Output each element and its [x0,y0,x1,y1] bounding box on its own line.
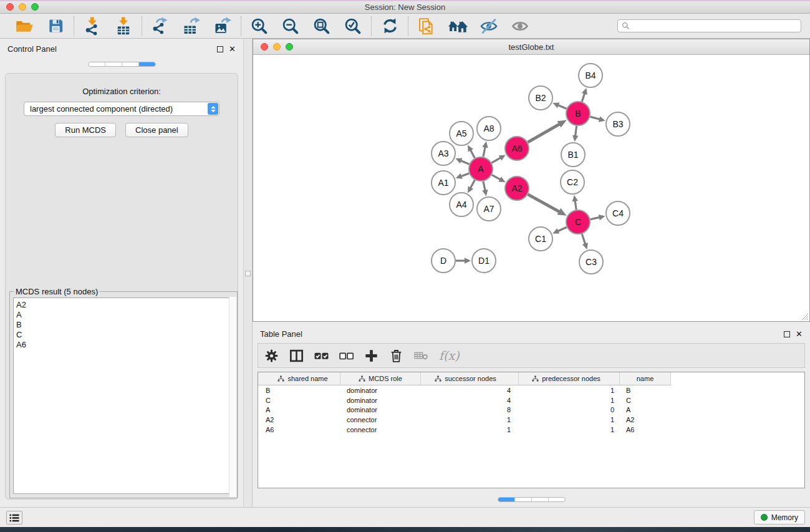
control-panel-tab[interactable] [122,62,139,66]
table-row[interactable]: C dominator 4 1 C [258,395,804,405]
graph-edge-B-B4[interactable] [582,94,584,102]
search-field[interactable] [617,19,801,32]
column-header-mcds-role[interactable]: MCDS role [340,372,421,385]
graph-node-label: A8 [483,123,494,133]
zoom-out-icon[interactable] [279,16,302,37]
control-panel-tab[interactable] [89,62,105,66]
criterion-dropdown[interactable]: largest connected component (directed) [24,102,219,116]
mcds-result-item[interactable]: C [16,330,233,340]
hide-graphics-details-icon[interactable] [478,16,500,37]
graph-edge-B-B2[interactable] [558,105,567,109]
float-panel-icon[interactable] [217,46,223,52]
zoom-fit-icon[interactable] [311,16,333,37]
mcds-result-item[interactable]: A6 [16,340,233,350]
window-titlebar: Session: New Session [0,0,810,14]
deselect-all-icon[interactable] [337,346,355,365]
result-list-scrollbar[interactable] [229,297,236,497]
graph-node-label: A5 [456,128,466,138]
import-network-icon[interactable] [81,16,104,37]
column-header-name[interactable]: name [620,372,671,385]
graph-edge-C-C3[interactable] [582,234,585,244]
control-panel-tab[interactable] [139,62,155,66]
network-canvas[interactable]: B4B2BB3A8A5A6A3B1AA1C2A2A4A7C4CC1C3DD1 [253,55,809,321]
divider-grip[interactable] [245,271,251,276]
table-panel-tab[interactable] [498,498,515,501]
graph-edge-A-A6[interactable] [491,158,501,163]
column-header-shared-name[interactable]: shared name [258,372,340,385]
graph-node-label: B3 [612,119,623,129]
graph-edge-A-A7[interactable] [483,181,485,191]
create-network-from-file-icon[interactable] [415,16,438,37]
export-image-icon[interactable] [211,16,234,37]
table-row[interactable]: A6 connector 1 1 A6 [258,425,804,435]
refresh-view-icon[interactable] [378,16,401,37]
search-input[interactable] [633,22,797,31]
zoom-selected-icon[interactable] [342,16,364,37]
column-header-predecessor-nodes[interactable]: predecessor nodes [519,372,620,385]
graph-edge-A-A5[interactable] [470,150,475,158]
mcds-result-list: A2ABCA6 [13,297,234,494]
graph-edge-C-C1[interactable] [557,227,566,231]
open-session-icon[interactable] [13,16,36,37]
table-panel-title: Table Panel [260,329,302,339]
graph-node-label: D [440,256,446,266]
table-row[interactable]: A2 connector 1 1 A2 [258,415,804,425]
table-header-filler [671,372,804,385]
table-panel-tab[interactable] [532,498,549,501]
panel-divider[interactable] [243,39,253,507]
export-network-icon[interactable] [149,16,171,37]
graph-node-label: C4 [612,208,624,218]
network-graph[interactable]: B4B2BB3A8A5A6A3B1AA1C2A2A4A7C4CC1C3DD1 [253,55,808,321]
graph-edge-arrowhead [582,88,587,95]
trash-icon[interactable] [387,346,405,365]
cell-shared-name: C [258,397,340,404]
show-columns-icon[interactable] [287,346,306,365]
close-table-panel-icon[interactable]: ✕ [796,331,803,337]
graph-edge-arrowhead [482,190,488,196]
houses-icon[interactable] [446,16,469,37]
memory-button[interactable]: Memory [754,510,805,525]
table-panel-tab[interactable] [515,498,532,501]
graph-edge-A2-C[interactable] [528,195,560,212]
cell-predecessor-nodes: 1 [519,397,620,404]
graph-edge-A6-B[interactable] [528,124,559,142]
graph-edge-B-B1[interactable] [576,126,577,136]
import-table-icon[interactable] [112,16,135,37]
graph-edge-C-C4[interactable] [591,217,600,219]
table-row[interactable]: A dominator 8 0 A [258,405,804,415]
graph-node-label: B1 [567,150,578,160]
graph-edge-B-B3[interactable] [590,117,600,119]
graph-edge-arrowhead [465,258,471,264]
table-mode-gear-icon[interactable] [262,346,281,365]
memory-label: Memory [771,513,798,522]
graph-edge-A-A4[interactable] [470,180,475,188]
table-panel-tab[interactable] [549,498,565,501]
column-header-successor-nodes[interactable]: successor nodes [421,372,519,385]
graph-edge-A-A3[interactable] [461,161,470,165]
save-session-icon[interactable] [44,16,67,37]
add-icon[interactable] [362,346,380,365]
mcds-result-item[interactable]: A2 [16,300,233,310]
window-resize-grip[interactable] [801,312,809,321]
control-panel-tab[interactable] [105,62,122,66]
table-row[interactable]: B dominator 4 1 B [258,385,804,395]
float-table-panel-icon[interactable] [784,331,790,337]
close-panel-icon[interactable]: ✕ [229,46,236,52]
task-history-button[interactable] [6,511,22,525]
graph-edge-A-A8[interactable] [483,147,485,157]
graph-edge-A-A1[interactable] [461,173,469,177]
graph-node-label: A6 [511,143,522,153]
zoom-in-icon[interactable] [248,16,271,37]
run-mcds-button[interactable]: Run MCDS [55,123,116,137]
export-table-icon[interactable] [180,16,203,37]
select-all-icon[interactable] [312,346,330,365]
cell-shared-name: A [258,406,340,414]
mcds-result-item[interactable]: A [16,310,233,320]
graph-edge-A-A2[interactable] [492,175,501,179]
graph-edge-arrowhead [599,215,605,220]
show-graphics-details-icon[interactable] [509,16,531,37]
close-panel-button[interactable]: Close panel [125,123,188,137]
graph-edge-C-C2[interactable] [575,201,576,210]
delete-table-icon [412,346,430,365]
mcds-result-item[interactable]: B [16,320,233,330]
